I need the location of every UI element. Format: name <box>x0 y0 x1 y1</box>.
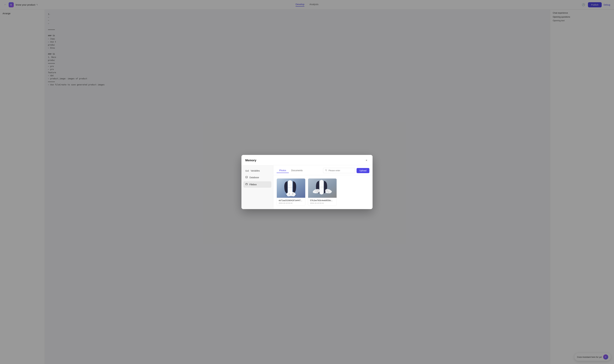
search-box <box>323 168 355 173</box>
photo-info-1: eb71aa331fd04267a4447... 2024-10-10 02:4… <box>277 198 305 206</box>
tab-documents[interactable]: Documents <box>289 168 305 173</box>
upload-button[interactable]: Upload <box>357 168 369 173</box>
photo-card-1[interactable]: eb71aa331fd04267a4447... 2024-10-10 02:4… <box>277 178 305 206</box>
photo-grid: eb71aa331fd04267a4447... 2024-10-10 02:4… <box>274 175 373 209</box>
modal-overlay[interactable]: Memory × {x} Variables <box>0 0 614 364</box>
photo-card-2[interactable]: 57fc2ee7fd3c4eeb853bc... 2024-10-10 02:4… <box>308 178 337 206</box>
svg-point-14 <box>316 192 318 193</box>
photo-thumbnail-1 <box>277 179 305 198</box>
modal-body: {x} Variables Database <box>241 165 373 209</box>
toolbar-right: Upload <box>323 168 369 173</box>
photo-thumbnail-2 <box>308 179 337 198</box>
database-icon <box>245 176 248 179</box>
svg-point-0 <box>246 176 248 177</box>
close-button[interactable]: × <box>364 158 369 163</box>
modal-sidebar: {x} Variables Database <box>241 165 274 209</box>
svg-rect-12 <box>319 187 324 187</box>
sidebar-item-label-variables: Variables <box>250 169 260 172</box>
photo-date-1: 2024-10-10 02:41 <box>279 202 303 204</box>
tab-group: Photos Documents <box>277 168 305 173</box>
svg-point-13 <box>315 190 316 192</box>
modal-header: Memory × <box>241 155 373 165</box>
sidebar-item-filebox[interactable]: Filebox <box>243 181 271 188</box>
photo-name-2: 57fc2ee7fd3c4eeb853bc... <box>310 199 335 202</box>
photo-info-2: 57fc2ee7fd3c4eeb853bc... 2024-10-10 02:4… <box>308 198 337 206</box>
memory-modal: Memory × {x} Variables <box>241 155 373 209</box>
search-icon <box>325 169 327 172</box>
modal-main: Photos Documents <box>274 165 373 209</box>
svg-rect-5 <box>288 187 292 188</box>
svg-point-6 <box>289 184 291 186</box>
svg-point-15 <box>327 190 328 192</box>
sidebar-item-label-filebox: Filebox <box>249 183 257 186</box>
svg-point-8 <box>289 193 290 195</box>
filebox-icon <box>245 183 248 186</box>
search-input[interactable] <box>328 169 353 172</box>
photo-date-2: 2024-10-10 02:41 <box>310 202 335 204</box>
svg-rect-1 <box>246 183 248 185</box>
sidebar-item-database[interactable]: Database <box>243 174 271 181</box>
sidebar-item-label-database: Database <box>249 176 259 179</box>
tab-photos[interactable]: Photos <box>277 168 289 173</box>
modal-title: Memory <box>245 159 256 162</box>
modal-toolbar: Photos Documents <box>274 165 373 175</box>
variables-icon: {x} <box>245 169 249 172</box>
photo-name-1: eb71aa331fd04267a4447... <box>279 199 303 202</box>
sidebar-item-variables[interactable]: {x} Variables <box>243 168 271 174</box>
svg-point-9 <box>292 193 293 195</box>
svg-point-16 <box>328 192 329 193</box>
